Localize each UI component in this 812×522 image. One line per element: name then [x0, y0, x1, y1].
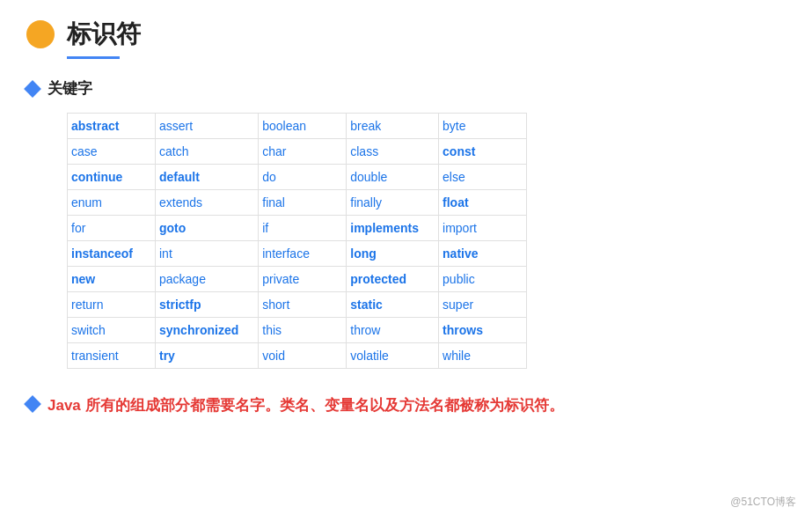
keyword-cell: private — [259, 267, 347, 292]
table-row: switchsynchronizedthisthrowthrows — [68, 318, 527, 343]
keyword-cell: class — [347, 139, 439, 165]
table-row: instanceofintinterfacelongnative — [68, 241, 527, 267]
keyword-cell: native — [439, 241, 527, 267]
keyword-cell: this — [259, 318, 347, 343]
keyword-cell: public — [439, 267, 527, 292]
keyword-cell: throws — [439, 318, 527, 343]
table-row: casecatchcharclassconst — [68, 139, 527, 165]
keyword-cell: catch — [156, 139, 259, 165]
keyword-cell: while — [439, 343, 527, 369]
keyword-cell: return — [68, 292, 156, 318]
keyword-cell: for — [68, 216, 156, 241]
footer-note: Java 所有的组成部分都需要名字。类名、变量名以及方法名都被称为标识符。 — [26, 395, 777, 415]
keyword-cell: break — [347, 114, 439, 139]
diamond-icon — [24, 80, 41, 98]
keyword-cell: strictfp — [156, 292, 259, 318]
keyword-cell: switch — [68, 318, 156, 343]
keyword-cell: if — [259, 216, 347, 241]
table-row: returnstrictfpshortstaticsuper — [68, 292, 527, 318]
orange-circle-icon — [26, 20, 55, 48]
keyword-cell: package — [156, 267, 259, 292]
keyword-cell: double — [347, 165, 439, 190]
title-underline — [67, 56, 120, 59]
keywords-table: abstractassertbooleanbreakbytecasecatchc… — [67, 113, 527, 369]
keyword-cell: goto — [156, 216, 259, 241]
keyword-cell: int — [156, 241, 259, 267]
keyword-cell: implements — [347, 216, 439, 241]
keyword-cell: continue — [68, 165, 156, 190]
keyword-cell: new — [68, 267, 156, 292]
keyword-cell: do — [259, 165, 347, 190]
keyword-cell: volatile — [347, 343, 439, 369]
keyword-cell: default — [156, 165, 259, 190]
keyword-cell: assert — [156, 114, 259, 139]
keyword-cell: char — [259, 139, 347, 165]
keyword-cell: const — [439, 139, 527, 165]
keyword-cell: synchronized — [156, 318, 259, 343]
footer-diamond-icon — [24, 395, 41, 413]
keyword-cell: extends — [156, 190, 259, 216]
keyword-cell: static — [347, 292, 439, 318]
keyword-cell: boolean — [259, 114, 347, 139]
keyword-cell: case — [68, 139, 156, 165]
keywords-heading-text: 关键字 — [48, 78, 92, 99]
keyword-cell: finally — [347, 190, 439, 216]
keyword-cell: try — [156, 343, 259, 369]
table-row: newpackageprivateprotectedpublic — [68, 267, 527, 292]
table-row: enumextendsfinalfinallyfloat — [68, 190, 527, 216]
table-row: abstractassertbooleanbreakbyte — [68, 114, 527, 139]
keyword-cell: protected — [347, 267, 439, 292]
keyword-cell: throw — [347, 318, 439, 343]
keyword-cell: else — [439, 165, 527, 190]
table-row: continuedefaultdodoubleelse — [68, 165, 527, 190]
keyword-cell: short — [259, 292, 347, 318]
keyword-cell: transient — [68, 343, 156, 369]
page-header: 标识符 — [26, 18, 777, 51]
table-row: transienttryvoidvolatilewhile — [68, 343, 527, 369]
keyword-cell: interface — [259, 241, 347, 267]
page-title: 标识符 — [67, 18, 141, 51]
keyword-cell: long — [347, 241, 439, 267]
keyword-cell: float — [439, 190, 527, 216]
footer-note-text: Java 所有的组成部分都需要名字。类名、变量名以及方法名都被称为标识符。 — [48, 395, 564, 415]
keyword-cell: abstract — [68, 114, 156, 139]
keyword-cell: enum — [68, 190, 156, 216]
keyword-cell: import — [439, 216, 527, 241]
keyword-cell: super — [439, 292, 527, 318]
keywords-section-heading: 关键字 — [26, 78, 777, 99]
keyword-cell: final — [259, 190, 347, 216]
keyword-cell: void — [259, 343, 347, 369]
table-row: forgotoifimplementsimport — [68, 216, 527, 241]
watermark: @51CTO博客 — [730, 495, 796, 510]
keyword-cell: byte — [439, 114, 527, 139]
keyword-cell: instanceof — [68, 241, 156, 267]
